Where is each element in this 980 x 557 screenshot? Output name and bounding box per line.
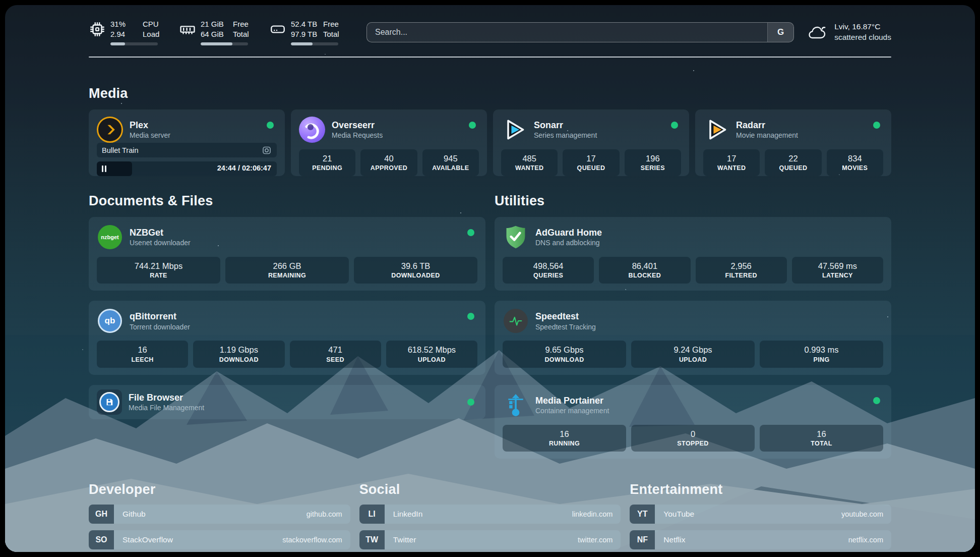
qbittorrent-icon: qb — [97, 308, 123, 334]
cloud-icon — [807, 24, 828, 40]
service-name: qBittorrent — [130, 311, 190, 322]
stat-block: 17QUEUED — [563, 149, 619, 176]
bookmark-twitter[interactable]: TW Twitter twitter.com — [359, 530, 621, 549]
disk-progress-track — [291, 42, 338, 45]
bookmark-url: twitter.com — [578, 530, 621, 549]
dashboard-content: 31% 2.94 CPU Load — [5, 5, 975, 552]
overseerr-icon — [299, 117, 325, 143]
search-input[interactable] — [367, 23, 767, 42]
weather-location-temp: Lviv, 16.87°C — [834, 22, 891, 32]
service-name: File Browser — [129, 392, 204, 404]
stat-block: 471SEED — [290, 341, 381, 367]
playback-progress-bar[interactable]: 24:44 / 02:06:47 — [97, 161, 277, 176]
service-description: Speedtest Tracking — [535, 322, 596, 331]
cpu-label-2: Load — [143, 29, 166, 39]
disk-resource-widget: 52.4 TB 97.9 TB Free Total — [269, 19, 346, 45]
service-name: NZBGet — [130, 227, 191, 239]
plex-card[interactable]: Plex Media server Bullet Train — [89, 109, 285, 176]
memory-total-value: 64 GiB — [201, 29, 230, 39]
stat-block: 0STOPPED — [631, 425, 755, 452]
service-description: Torrent downloader — [130, 322, 190, 331]
radarr-card[interactable]: Radarr Movie management 17WANTED 22QUEUE… — [695, 109, 891, 176]
bookmark-stackoverflow[interactable]: SO StackOverflow stackoverflow.com — [89, 530, 350, 549]
service-name: Speedtest — [535, 311, 596, 322]
service-description: Media File Management — [129, 403, 204, 412]
speedtest-icon — [503, 308, 529, 334]
stat-block: 498,564QUERIES — [503, 257, 594, 284]
cpu-value-load: 2.94 — [110, 29, 140, 39]
adguard-card[interactable]: AdGuard Home DNS and adblocking 498,564Q… — [495, 217, 891, 291]
service-name: Sonarr — [534, 120, 597, 131]
utilities-section-title: Utilities — [495, 193, 891, 209]
stat-block: 266 GBREMAINING — [225, 257, 349, 284]
bookmark-github[interactable]: GH Github github.com — [89, 505, 350, 524]
portainer-card[interactable]: Media Portainer Container management 16R… — [495, 385, 891, 459]
disk-icon — [269, 21, 286, 38]
pause-icon — [102, 165, 106, 172]
memory-progress-fill — [201, 42, 232, 45]
bookmark-url: netflix.com — [848, 530, 891, 549]
stat-block: 40APPROVED — [360, 149, 417, 176]
stat-block: 21PENDING — [299, 149, 355, 176]
developer-bookmarks-group: Developer GH Github github.com SO StackO… — [89, 482, 350, 552]
stat-block: 9.24 GbpsUPLOAD — [631, 341, 755, 367]
stat-block: 834MOVIES — [827, 149, 883, 176]
bookmark-name: Github — [114, 505, 307, 524]
stat-block: 1.19 GbpsDOWNLOAD — [193, 341, 284, 367]
portainer-icon — [503, 392, 529, 418]
service-description: Usenet downloader — [130, 238, 191, 247]
dashboard-panel: 31% 2.94 CPU Load — [5, 5, 975, 552]
social-group-title: Social — [359, 482, 621, 497]
bookmark-url: stackoverflow.com — [282, 530, 350, 549]
bookmark-linkedin[interactable]: LI LinkedIn linkedin.com — [359, 505, 621, 524]
bookmark-name: Twitter — [385, 530, 578, 549]
status-dot — [467, 229, 474, 236]
service-description: Series management — [534, 131, 597, 140]
bookmark-name: Netflix — [655, 530, 848, 549]
nzbget-icon: nzbget — [97, 224, 123, 250]
plex-icon — [97, 117, 123, 143]
bookmark-abbr: SO — [89, 530, 114, 549]
service-description: Media Requests — [332, 131, 383, 140]
sonarr-card[interactable]: Sonarr Series management 485WANTED 17QUE… — [493, 109, 689, 176]
disk-label-total: Total — [323, 29, 346, 39]
nzbget-card[interactable]: nzbget NZBGet Usenet downloader — [89, 217, 485, 291]
service-description: Movie management — [736, 131, 798, 140]
stat-block: 485WANTED — [501, 149, 558, 176]
service-name: Plex — [130, 120, 170, 131]
status-dot — [267, 122, 274, 129]
overseerr-card[interactable]: Overseerr Media Requests 21PENDING 40APP… — [291, 109, 487, 176]
bookmark-name: LinkedIn — [385, 505, 572, 524]
radarr-icon — [703, 117, 729, 143]
qbittorrent-card[interactable]: qb qBittorrent Torrent downloader — [89, 301, 485, 374]
service-description: DNS and adblocking — [535, 238, 602, 247]
filebrowser-card[interactable]: File Browser Media File Management — [89, 385, 485, 419]
cpu-label-1: CPU — [143, 19, 166, 29]
stat-block: 2,956FILTERED — [696, 257, 787, 284]
memory-label-free: Free — [233, 19, 256, 29]
social-bookmarks-group: Social LI LinkedIn linkedin.com TW Twitt… — [359, 482, 621, 552]
stat-block: 86,401BLOCKED — [599, 257, 690, 284]
disk-total-value: 97.9 TB — [291, 29, 320, 39]
cpu-resource-widget: 31% 2.94 CPU Load — [89, 19, 166, 45]
service-name: Media Portainer — [535, 395, 609, 407]
topbar-divider — [89, 57, 891, 58]
disk-progress-fill — [291, 42, 313, 45]
search-provider-button[interactable]: G — [767, 23, 793, 42]
stat-block: 22QUEUED — [765, 149, 821, 176]
utilities-section: Utilities — [495, 193, 891, 459]
now-playing-row: Bullet Train — [97, 143, 277, 157]
stat-block: 16TOTAL — [760, 425, 883, 452]
stat-block: 0.993 msPING — [760, 341, 883, 367]
developer-group-title: Developer — [89, 482, 350, 497]
service-name: Overseerr — [332, 120, 383, 131]
weather-widget[interactable]: Lviv, 16.87°C scattered clouds — [807, 22, 891, 43]
entertainment-group-title: Entertainment — [630, 482, 891, 497]
bookmark-youtube[interactable]: YT YouTube youtube.com — [630, 505, 891, 524]
stat-block: 9.65 GbpsDOWNLOAD — [503, 341, 626, 367]
service-description: Container management — [535, 406, 609, 415]
documents-section-title: Documents & Files — [89, 193, 485, 209]
stat-block: 16RUNNING — [503, 425, 626, 452]
bookmark-netflix[interactable]: NF Netflix netflix.com — [630, 530, 891, 549]
speedtest-card[interactable]: Speedtest Speedtest Tracking 9.65 GbpsDO… — [495, 301, 891, 374]
